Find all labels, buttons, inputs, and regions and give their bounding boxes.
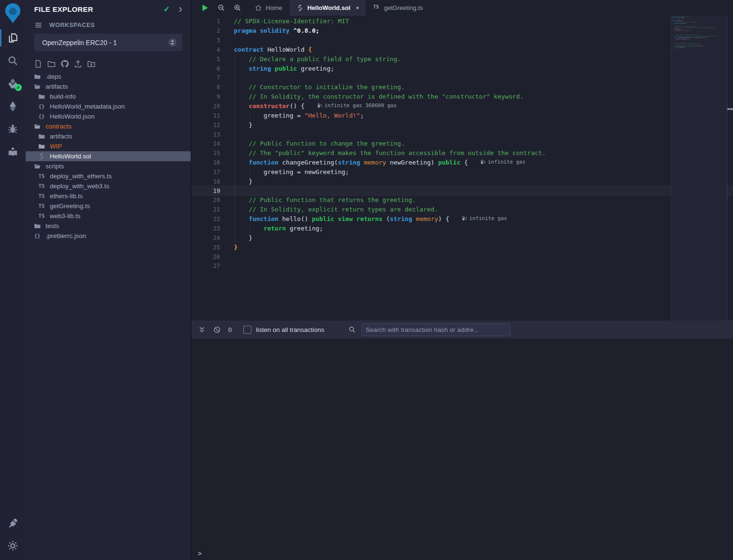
chevron-right-icon[interactable] — [176, 6, 184, 13]
workspace-select[interactable]: OpenZeppelin ERC20 - 1 — [34, 34, 182, 51]
tree-item-artifacts[interactable]: artifacts — [26, 131, 191, 141]
line-number: 14 — [192, 140, 220, 147]
code-line-20[interactable]: 20 // Public function that returns the g… — [192, 195, 733, 205]
create-new-file-icon[interactable] — [34, 59, 43, 68]
tree-item-label: HelloWorld.sol — [50, 153, 91, 160]
code-line-27[interactable]: 27 — [192, 261, 733, 271]
terminal-search-input[interactable] — [362, 323, 510, 336]
activity-file-explorer[interactable] — [0, 27, 26, 49]
code-line-5[interactable]: 5 // Declare a public field of type stri… — [192, 54, 733, 64]
activity-settings[interactable] — [0, 534, 26, 557]
tree-item-deps[interactable]: .deps — [26, 72, 191, 82]
tree-item-deploy-with-ethers-ts[interactable]: TSdeploy_with_ethers.ts — [26, 171, 191, 181]
activity-debugger[interactable] — [0, 118, 26, 140]
listen-transactions-label[interactable]: listen on all transactions — [256, 326, 325, 333]
code-line-24[interactable]: 24 } — [192, 233, 733, 242]
indent-guide — [250, 111, 250, 120]
code-line-26[interactable]: 26 — [192, 252, 733, 261]
code-line-16[interactable]: 16 function changeGreeting(string memory… — [192, 158, 733, 167]
tabs: HomeHelloWorld.sol×TSgetGreeting.ts — [241, 0, 429, 16]
code-text: // SPDX-License-Identifier: MIT — [234, 18, 733, 25]
tree-item-artifacts[interactable]: artifacts — [26, 82, 191, 92]
upload-files-icon[interactable] — [74, 59, 83, 68]
workspace-switch-icon[interactable] — [167, 37, 177, 47]
minimap[interactable]: // SPDX-License-Identifier: MITpragma so… — [671, 16, 727, 321]
activity-remix-logo[interactable] — [0, 0, 26, 27]
close-icon[interactable]: × — [356, 6, 359, 10]
code-line-23[interactable]: 23 return greeting; — [192, 224, 733, 233]
create-new-folder-icon[interactable] — [47, 59, 56, 68]
zoom-in-icon[interactable] — [233, 4, 241, 12]
terminal-prompt[interactable]: > — [198, 550, 202, 557]
tree-item-helloworld-sol[interactable]: HelloWorld.sol — [26, 151, 191, 161]
line-number: 1 — [192, 18, 220, 25]
folder-icon — [38, 133, 45, 140]
tree-item-web3-lib-ts[interactable]: TSweb3-lib.ts — [26, 211, 191, 221]
code-line-18[interactable]: 18 } — [192, 176, 733, 186]
line-number: 23 — [192, 225, 220, 232]
expand-terminal-icon[interactable] — [198, 326, 206, 334]
code-line-17[interactable]: 17 greeting = newGreeting; — [192, 167, 733, 177]
code-line-2[interactable]: 2pragma solidity ^0.8.0; — [192, 26, 733, 36]
zoom-out-icon[interactable] — [217, 4, 225, 12]
debugger-icon — [7, 123, 19, 135]
code-line-6[interactable]: 6 string public greeting; — [192, 64, 733, 73]
activity-search[interactable] — [0, 49, 26, 72]
tree-item-getgreeting-ts[interactable]: TSgetGreeting.ts — [26, 201, 191, 211]
code-line-4[interactable]: 4contract HelloWorld { — [192, 45, 733, 55]
run-script-icon[interactable] — [200, 3, 209, 12]
code-line-1[interactable]: 1// SPDX-License-Identifier: MIT — [192, 17, 733, 26]
terminal[interactable]: > — [192, 339, 733, 560]
workspace-check-icon[interactable]: ✓ — [164, 5, 170, 14]
activity-solidity-compiler[interactable]: ✓ — [0, 72, 26, 95]
home-icon — [255, 4, 262, 11]
code-line-8[interactable]: 8 // Constructor to initialize the greet… — [192, 83, 733, 92]
code-line-21[interactable]: 21 // In Solidity, explicit return types… — [192, 205, 733, 214]
activity-learneth[interactable] — [0, 140, 26, 163]
activity-bar-bottom — [0, 512, 26, 560]
workspace-name: OpenZeppelin ERC20 - 1 — [42, 39, 167, 46]
clone-git-repository-icon[interactable] — [60, 59, 69, 68]
learneth-icon — [7, 146, 19, 157]
line-number: 17 — [192, 168, 220, 175]
code-line-3[interactable]: 3 — [192, 36, 733, 45]
tab-getgreeting-ts[interactable]: TSgetGreeting.ts — [366, 0, 429, 16]
tree-item-ethers-lib-ts[interactable]: TSethers-lib.ts — [26, 191, 191, 201]
tree-item-helloworld-json[interactable]: {}HelloWorld.json — [26, 111, 191, 121]
code-line-12[interactable]: 12 } — [192, 120, 733, 129]
gas-pump-icon — [480, 159, 485, 165]
tree-item-contracts[interactable]: contracts — [26, 121, 191, 131]
tree-item-scripts[interactable]: scripts — [26, 161, 191, 171]
clear-console-icon[interactable] — [213, 326, 221, 334]
tab-home[interactable]: Home — [248, 0, 289, 16]
listen-transactions-checkbox[interactable] — [243, 326, 251, 334]
tree-item-tests[interactable]: tests — [26, 221, 191, 231]
code-line-15[interactable]: 15 // The "public" keyword makes the fun… — [192, 148, 733, 158]
pending-tx-count: 0 — [228, 326, 232, 333]
workspaces-menu-icon[interactable] — [34, 21, 43, 29]
activity-deploy-run[interactable] — [0, 95, 26, 118]
tab-helloworld-sol[interactable]: HelloWorld.sol× — [290, 0, 366, 16]
code-line-10[interactable]: 10 constructor() {infinite gas 368600 ga… — [192, 101, 733, 111]
tree-item-prettierrc-json[interactable]: {}.prettierrc.json — [26, 231, 191, 241]
file-tree: .depsartifactsbuild-info{}HelloWorld_met… — [26, 72, 191, 241]
editor-scrollbar[interactable] — [727, 16, 733, 321]
activity-plugin-manager[interactable] — [0, 512, 26, 534]
tree-item-deploy-with-web3-ts[interactable]: TSdeploy_with_web3.ts — [26, 181, 191, 191]
tree-item-helloworld-metadata-json[interactable]: {}HelloWorld_metadata.json — [26, 101, 191, 111]
tree-item-build-info[interactable]: build-info — [26, 92, 191, 101]
code-line-7[interactable]: 7 — [192, 73, 733, 83]
code-line-19[interactable]: 19 — [192, 186, 733, 195]
tree-item-wip[interactable]: WIP — [26, 141, 191, 151]
folder-icon — [34, 222, 41, 230]
code-line-13[interactable]: 13 — [192, 129, 733, 139]
code-line-9[interactable]: 9 // In Solidity, the constructor is def… — [192, 92, 733, 101]
json-icon: {} — [38, 103, 45, 110]
code-line-25[interactable]: 25} — [192, 242, 733, 252]
code-line-14[interactable]: 14 // Public function to change the gree… — [192, 139, 733, 148]
code-line-11[interactable]: 11 greeting = "Hello, World!"; — [192, 110, 733, 120]
code-editor[interactable]: 1// SPDX-License-Identifier: MIT2pragma … — [192, 16, 733, 321]
code-line-22[interactable]: 22 function hello() public view returns … — [192, 214, 733, 224]
upload-folder-icon[interactable] — [87, 59, 96, 68]
line-number: 7 — [192, 74, 220, 81]
